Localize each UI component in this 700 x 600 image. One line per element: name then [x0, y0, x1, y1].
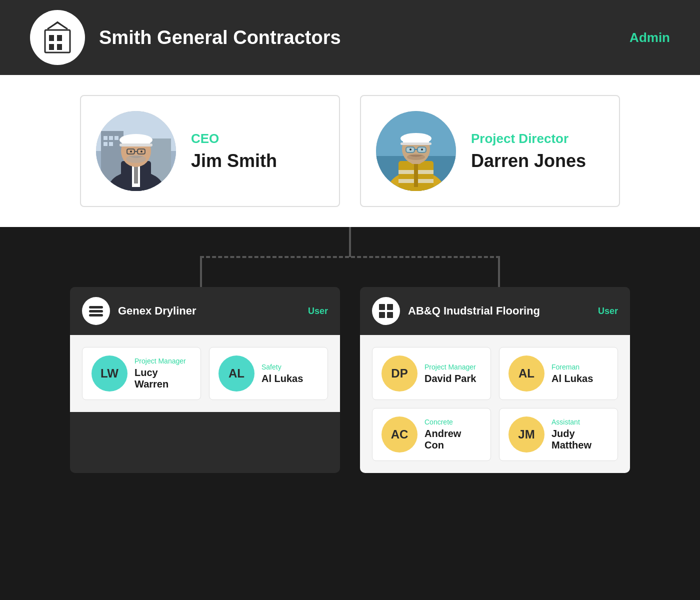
employee-andrew-con[interactable]: AC Concrete Andrew Con — [372, 408, 491, 461]
ac-info: Concrete Andrew Con — [424, 418, 482, 451]
lw-info: Project Manager Lucy Warren — [134, 357, 192, 390]
ceo-card[interactable]: CEO Jim Smith — [80, 95, 340, 207]
genex-name: Genex Dryliner — [118, 304, 196, 318]
genex-logo — [82, 297, 110, 325]
top-cards-section: CEO Jim Smith — [0, 75, 700, 227]
pd-avatar-image — [376, 111, 456, 191]
dp-role: Project Manager — [424, 363, 476, 371]
employee-judy-matthew[interactable]: JM Assistant Judy Matthew — [499, 408, 618, 461]
lw-role: Project Manager — [134, 357, 192, 365]
pd-card[interactable]: Project Director Darren Jones — [360, 95, 620, 207]
al-genex-name: Al Lukas — [262, 373, 303, 384]
svg-rect-49 — [89, 314, 103, 316]
svg-point-28 — [126, 155, 146, 163]
al-genex-info: Safety Al Lukas — [262, 363, 303, 384]
svg-rect-48 — [89, 310, 103, 312]
ac-initials: AC — [391, 428, 408, 442]
svg-rect-13 — [109, 142, 113, 146]
svg-rect-9 — [104, 136, 108, 140]
al-abq-info: Foreman Al Lukas — [552, 363, 593, 384]
abq-card: AB&Q Inudstrial Flooring User DP Project… — [360, 287, 630, 473]
al-genex-avatar: AL — [218, 356, 254, 392]
genex-body: LW Project Manager Lucy Warren AL Safety… — [70, 335, 340, 412]
al-abq-role: Foreman — [552, 363, 593, 371]
employee-al-lukas-abq[interactable]: AL Foreman Al Lukas — [499, 347, 618, 400]
svg-rect-53 — [387, 312, 393, 318]
al-abq-name: Al Lukas — [552, 373, 593, 384]
svg-rect-40 — [400, 142, 432, 145]
al-genex-initials: AL — [228, 366, 244, 380]
svg-rect-51 — [387, 304, 393, 310]
lw-name: Lucy Warren — [134, 367, 192, 390]
jm-name: Judy Matthew — [552, 428, 608, 451]
dp-initials: DP — [391, 366, 408, 380]
svg-point-46 — [421, 148, 423, 150]
vertical-line-left — [200, 256, 202, 287]
pd-role: Project Director — [471, 131, 586, 146]
dp-avatar: DP — [382, 356, 418, 392]
al-genex-role: Safety — [262, 363, 303, 371]
dp-info: Project Manager David Park — [424, 363, 476, 384]
svg-rect-1 — [49, 35, 54, 41]
sub-companies-section: Genex Dryliner User LW Project Manager L… — [0, 287, 700, 503]
admin-label: Admin — [630, 30, 670, 46]
company-name: Smith General Contractors — [99, 27, 341, 48]
svg-rect-2 — [57, 35, 62, 41]
pd-name: Darren Jones — [471, 150, 586, 172]
abq-body: DP Project Manager David Park AL Foreman… — [360, 335, 630, 473]
employee-david-park[interactable]: DP Project Manager David Park — [372, 347, 491, 400]
header: Smith General Contractors Admin — [0, 0, 700, 75]
svg-point-26 — [130, 150, 132, 152]
svg-point-45 — [410, 148, 412, 150]
vertical-line-top — [349, 227, 351, 257]
svg-rect-52 — [379, 312, 385, 318]
svg-rect-11 — [114, 136, 118, 140]
genex-user-badge: User — [308, 306, 328, 316]
abq-user-badge: User — [598, 306, 618, 316]
genex-header: Genex Dryliner User — [70, 287, 340, 335]
horizontal-dashed-line — [200, 256, 500, 258]
jm-role: Assistant — [552, 418, 608, 426]
svg-point-44 — [407, 154, 425, 160]
ceo-avatar-image — [96, 111, 176, 191]
ac-avatar: AC — [382, 416, 418, 452]
abq-name: AB&Q Inudstrial Flooring — [408, 304, 540, 318]
header-left: Smith General Contractors — [30, 10, 341, 65]
abq-logo — [372, 297, 400, 325]
abq-logo-icon — [377, 302, 395, 320]
jm-info: Assistant Judy Matthew — [552, 418, 608, 451]
pd-avatar — [376, 111, 456, 191]
al-abq-avatar: AL — [508, 356, 544, 392]
genex-logo-icon — [87, 302, 105, 320]
dp-name: David Park — [424, 373, 476, 384]
svg-rect-12 — [104, 142, 108, 146]
lw-initials: LW — [100, 366, 118, 380]
svg-rect-22 — [120, 144, 152, 146]
ceo-name: Jim Smith — [191, 150, 277, 172]
genex-header-left: Genex Dryliner — [82, 297, 196, 325]
svg-rect-47 — [89, 306, 103, 308]
svg-point-27 — [140, 150, 142, 152]
lw-avatar: LW — [92, 356, 128, 392]
al-abq-initials: AL — [518, 366, 534, 380]
ceo-role: CEO — [191, 131, 277, 146]
abq-header-left: AB&Q Inudstrial Flooring — [372, 297, 540, 325]
connector-lines — [200, 227, 500, 287]
company-logo — [30, 10, 85, 65]
svg-rect-3 — [49, 44, 54, 50]
genex-card: Genex Dryliner User LW Project Manager L… — [70, 287, 340, 473]
logo-icon — [40, 20, 75, 55]
jm-initials: JM — [518, 428, 534, 442]
ac-role: Concrete — [424, 418, 482, 426]
pd-info: Project Director Darren Jones — [471, 131, 586, 172]
ceo-info: CEO Jim Smith — [191, 131, 277, 172]
employee-lucy-warren[interactable]: LW Project Manager Lucy Warren — [82, 347, 201, 400]
svg-rect-4 — [57, 44, 62, 50]
svg-rect-35 — [414, 162, 418, 187]
svg-rect-50 — [379, 304, 385, 310]
employee-al-lukas-genex[interactable]: AL Safety Al Lukas — [209, 347, 328, 400]
abq-header: AB&Q Inudstrial Flooring User — [360, 287, 630, 335]
vertical-line-right — [498, 256, 500, 287]
ac-name: Andrew Con — [424, 428, 482, 451]
svg-rect-10 — [109, 136, 113, 140]
